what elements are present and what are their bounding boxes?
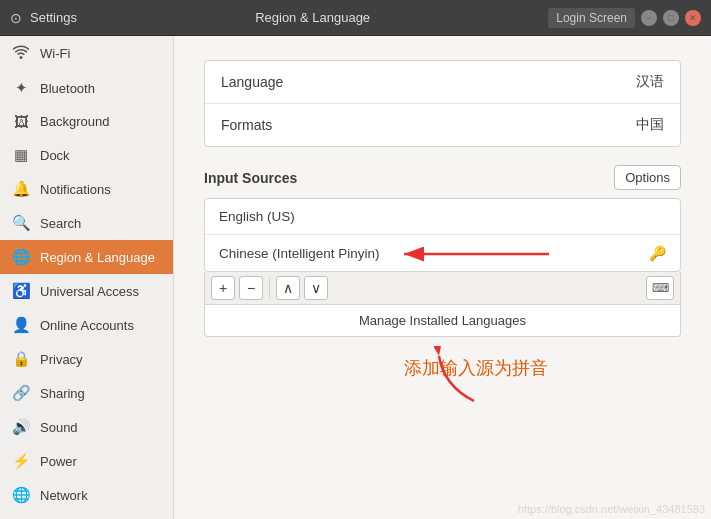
login-screen-button[interactable]: Login Screen xyxy=(548,8,635,28)
sidebar-label-region-language: Region & Language xyxy=(40,250,155,265)
formats-row[interactable]: Formats 中国 xyxy=(205,104,680,146)
sidebar-item-sharing[interactable]: 🔗 Sharing xyxy=(0,376,173,410)
universal-access-icon: ♿ xyxy=(12,282,30,300)
formats-value: 中国 xyxy=(636,116,664,134)
input-source-english[interactable]: English (US) xyxy=(205,199,680,235)
sidebar-label-network: Network xyxy=(40,488,88,503)
sidebar-item-power[interactable]: ⚡ Power xyxy=(0,444,173,478)
options-button[interactable]: Options xyxy=(614,165,681,190)
sidebar: Wi-Fi ✦ Bluetooth 🖼 Background ▦ Dock 🔔 … xyxy=(0,36,174,519)
language-value: 汉语 xyxy=(636,73,664,91)
sidebar-label-universal-access: Universal Access xyxy=(40,284,139,299)
input-sources-header: Input Sources Options xyxy=(204,165,681,190)
sound-icon: 🔊 xyxy=(12,418,30,436)
sidebar-item-wifi[interactable]: Wi-Fi xyxy=(0,36,173,71)
language-label: Language xyxy=(221,74,283,90)
content-area: Language 汉语 Formats 中国 Input Sources Opt… xyxy=(174,36,711,519)
titlebar-right: Login Screen − □ ✕ xyxy=(548,8,701,28)
sidebar-item-dock[interactable]: ▦ Dock xyxy=(0,138,173,172)
keyboard-button[interactable]: ⌨ xyxy=(646,276,674,300)
move-down-button[interactable]: ∨ xyxy=(304,276,328,300)
sidebar-item-universal-access[interactable]: ♿ Universal Access xyxy=(0,274,173,308)
sidebar-label-background: Background xyxy=(40,114,109,129)
sidebar-item-region-language[interactable]: 🌐 Region & Language xyxy=(0,240,173,274)
bluetooth-icon: ✦ xyxy=(12,79,30,97)
dock-icon: ▦ xyxy=(12,146,30,164)
input-source-chinese[interactable]: Chinese (Intelligent Pinyin) 🔑 xyxy=(205,235,680,271)
app-title: Settings xyxy=(30,10,77,25)
sharing-icon: 🔗 xyxy=(12,384,30,402)
sidebar-label-sharing: Sharing xyxy=(40,386,85,401)
input-source-english-label: English (US) xyxy=(219,209,295,224)
toolbar-separator xyxy=(269,278,270,298)
minimize-button[interactable]: − xyxy=(641,10,657,26)
wifi-icon xyxy=(12,44,30,63)
sidebar-item-notifications[interactable]: 🔔 Notifications xyxy=(0,172,173,206)
sidebar-label-online-accounts: Online Accounts xyxy=(40,318,134,333)
maximize-button[interactable]: □ xyxy=(663,10,679,26)
notifications-icon: 🔔 xyxy=(12,180,30,198)
region-language-icon: 🌐 xyxy=(12,248,30,266)
titlebar-left: ⊙ Settings xyxy=(10,10,77,26)
add-source-button[interactable]: + xyxy=(211,276,235,300)
sidebar-item-network[interactable]: 🌐 Network xyxy=(0,478,173,512)
input-sources-title: Input Sources xyxy=(204,170,297,186)
key-icon: 🔑 xyxy=(649,245,666,261)
sidebar-item-privacy[interactable]: 🔒 Privacy xyxy=(0,342,173,376)
sidebar-label-dock: Dock xyxy=(40,148,70,163)
close-button[interactable]: ✕ xyxy=(685,10,701,26)
network-icon: 🌐 xyxy=(12,486,30,504)
page-title: Region & Language xyxy=(255,10,370,25)
input-source-chinese-label: Chinese (Intelligent Pinyin) xyxy=(219,246,380,261)
input-toolbar: + − ∧ ∨ ⌨ xyxy=(204,272,681,305)
sidebar-label-notifications: Notifications xyxy=(40,182,111,197)
sidebar-item-sound[interactable]: 🔊 Sound xyxy=(0,410,173,444)
search-icon: ⊙ xyxy=(10,10,22,26)
manage-languages-button[interactable]: Manage Installed Languages xyxy=(204,305,681,337)
annotation-text: 添加输入源为拼音 xyxy=(404,356,548,380)
background-icon: 🖼 xyxy=(12,113,30,130)
sidebar-label-search: Search xyxy=(40,216,81,231)
input-sources-card: English (US) Chinese (Intelligent Pinyin… xyxy=(204,198,681,272)
language-formats-card: Language 汉语 Formats 中国 xyxy=(204,60,681,147)
sidebar-label-power: Power xyxy=(40,454,77,469)
main-layout: Wi-Fi ✦ Bluetooth 🖼 Background ▦ Dock 🔔 … xyxy=(0,36,711,519)
sidebar-item-online-accounts[interactable]: 👤 Online Accounts xyxy=(0,308,173,342)
sidebar-label-bluetooth: Bluetooth xyxy=(40,81,95,96)
privacy-icon: 🔒 xyxy=(12,350,30,368)
watermark: https://blog.csdn.net/weixin_43481593 xyxy=(518,503,705,515)
formats-label: Formats xyxy=(221,117,272,133)
search-sidebar-icon: 🔍 xyxy=(12,214,30,232)
sidebar-item-search[interactable]: 🔍 Search xyxy=(0,206,173,240)
remove-source-button[interactable]: − xyxy=(239,276,263,300)
titlebar: ⊙ Settings Region & Language Login Scree… xyxy=(0,0,711,36)
online-accounts-icon: 👤 xyxy=(12,316,30,334)
language-row[interactable]: Language 汉语 xyxy=(205,61,680,104)
sidebar-item-devices[interactable]: 🖥 Devices › xyxy=(0,512,173,519)
sidebar-label-privacy: Privacy xyxy=(40,352,83,367)
sidebar-label-sound: Sound xyxy=(40,420,78,435)
sidebar-item-background[interactable]: 🖼 Background xyxy=(0,105,173,138)
sidebar-label-wifi: Wi-Fi xyxy=(40,46,70,61)
annotation-arrow2-svg xyxy=(434,346,494,406)
sidebar-item-bluetooth[interactable]: ✦ Bluetooth xyxy=(0,71,173,105)
power-icon: ⚡ xyxy=(12,452,30,470)
move-up-button[interactable]: ∧ xyxy=(276,276,300,300)
